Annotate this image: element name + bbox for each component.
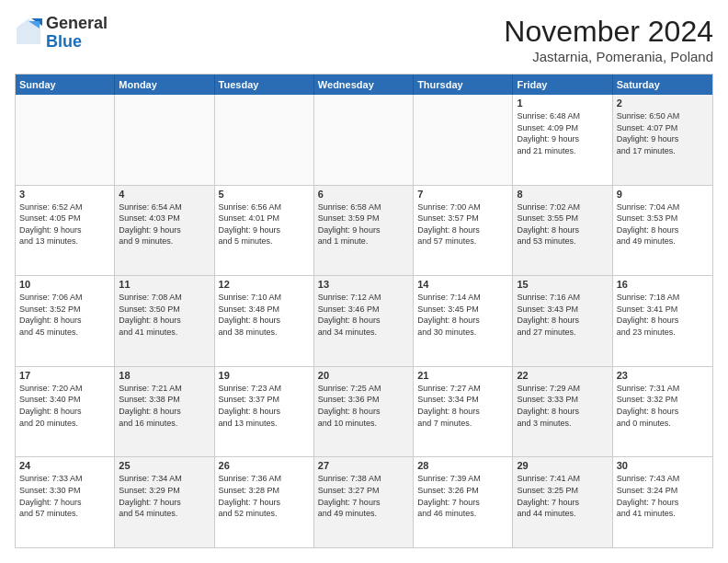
logo-text: General Blue [46, 15, 108, 52]
day-cell-27: 27Sunrise: 7:38 AM Sunset: 3:27 PM Dayli… [314, 457, 414, 547]
calendar-body: 1Sunrise: 6:48 AM Sunset: 4:09 PM Daylig… [16, 95, 712, 547]
day-info: Sunrise: 7:27 AM Sunset: 3:34 PM Dayligh… [417, 383, 508, 429]
day-number: 22 [517, 370, 608, 381]
header-cell-friday: Friday [513, 75, 612, 95]
day-cell-19: 19Sunrise: 7:23 AM Sunset: 3:37 PM Dayli… [215, 367, 314, 457]
day-info: Sunrise: 6:50 AM Sunset: 4:07 PM Dayligh… [617, 110, 709, 156]
day-number: 4 [119, 189, 210, 200]
day-cell-6: 6Sunrise: 6:58 AM Sunset: 3:59 PM Daylig… [314, 186, 414, 276]
day-info: Sunrise: 7:12 AM Sunset: 3:46 PM Dayligh… [318, 292, 409, 338]
day-number: 11 [119, 279, 210, 290]
month-title: November 2024 [504, 15, 713, 49]
day-cell-1: 1Sunrise: 6:48 AM Sunset: 4:09 PM Daylig… [513, 95, 612, 185]
day-cell-9: 9Sunrise: 7:04 AM Sunset: 3:53 PM Daylig… [613, 186, 712, 276]
day-number: 6 [318, 189, 409, 200]
day-cell-29: 29Sunrise: 7:41 AM Sunset: 3:25 PM Dayli… [513, 457, 612, 547]
day-info: Sunrise: 7:38 AM Sunset: 3:27 PM Dayligh… [318, 473, 409, 519]
day-number: 29 [517, 460, 608, 471]
day-number: 1 [517, 98, 608, 109]
day-info: Sunrise: 7:10 AM Sunset: 3:48 PM Dayligh… [219, 292, 310, 338]
day-number: 10 [19, 279, 110, 290]
day-info: Sunrise: 7:31 AM Sunset: 3:32 PM Dayligh… [617, 383, 709, 429]
day-number: 3 [19, 189, 110, 200]
day-cell-2: 2Sunrise: 6:50 AM Sunset: 4:07 PM Daylig… [613, 95, 712, 185]
day-info: Sunrise: 7:20 AM Sunset: 3:40 PM Dayligh… [19, 383, 110, 429]
day-number: 28 [417, 460, 508, 471]
day-cell-20: 20Sunrise: 7:25 AM Sunset: 3:36 PM Dayli… [314, 367, 414, 457]
day-info: Sunrise: 7:16 AM Sunset: 3:43 PM Dayligh… [517, 292, 608, 338]
day-number: 15 [517, 279, 608, 290]
day-cell-22: 22Sunrise: 7:29 AM Sunset: 3:33 PM Dayli… [513, 367, 612, 457]
day-cell-24: 24Sunrise: 7:33 AM Sunset: 3:30 PM Dayli… [16, 457, 115, 547]
day-info: Sunrise: 7:43 AM Sunset: 3:24 PM Dayligh… [617, 473, 709, 519]
day-number: 5 [219, 189, 310, 200]
logo-general: General [46, 15, 108, 33]
header-cell-thursday: Thursday [414, 75, 513, 95]
day-info: Sunrise: 6:56 AM Sunset: 4:01 PM Dayligh… [219, 201, 310, 247]
empty-cell-0-2 [215, 95, 314, 185]
calendar-header: SundayMondayTuesdayWednesdayThursdayFrid… [16, 75, 712, 95]
day-number: 27 [318, 460, 409, 471]
day-cell-4: 4Sunrise: 6:54 AM Sunset: 4:03 PM Daylig… [115, 186, 214, 276]
calendar-row-4: 24Sunrise: 7:33 AM Sunset: 3:30 PM Dayli… [16, 457, 712, 547]
empty-cell-0-1 [115, 95, 214, 185]
day-info: Sunrise: 7:21 AM Sunset: 3:38 PM Dayligh… [119, 383, 210, 429]
day-number: 17 [19, 370, 110, 381]
day-info: Sunrise: 6:48 AM Sunset: 4:09 PM Dayligh… [517, 110, 608, 156]
day-number: 20 [318, 370, 409, 381]
day-cell-28: 28Sunrise: 7:39 AM Sunset: 3:26 PM Dayli… [414, 457, 513, 547]
header-cell-wednesday: Wednesday [314, 75, 414, 95]
day-cell-15: 15Sunrise: 7:16 AM Sunset: 3:43 PM Dayli… [513, 276, 612, 366]
day-cell-30: 30Sunrise: 7:43 AM Sunset: 3:24 PM Dayli… [613, 457, 712, 547]
day-cell-3: 3Sunrise: 6:52 AM Sunset: 4:05 PM Daylig… [16, 186, 115, 276]
day-cell-16: 16Sunrise: 7:18 AM Sunset: 3:41 PM Dayli… [613, 276, 712, 366]
day-number: 26 [219, 460, 310, 471]
calendar-row-0: 1Sunrise: 6:48 AM Sunset: 4:09 PM Daylig… [16, 95, 712, 186]
day-number: 7 [417, 189, 508, 200]
day-info: Sunrise: 7:41 AM Sunset: 3:25 PM Dayligh… [517, 473, 608, 519]
calendar: SundayMondayTuesdayWednesdayThursdayFrid… [15, 74, 713, 548]
empty-cell-0-0 [16, 95, 115, 185]
day-info: Sunrise: 7:00 AM Sunset: 3:57 PM Dayligh… [417, 201, 508, 247]
calendar-row-3: 17Sunrise: 7:20 AM Sunset: 3:40 PM Dayli… [16, 367, 712, 458]
day-number: 14 [417, 279, 508, 290]
day-info: Sunrise: 7:36 AM Sunset: 3:28 PM Dayligh… [219, 473, 310, 519]
day-info: Sunrise: 6:52 AM Sunset: 4:05 PM Dayligh… [19, 201, 110, 247]
logo: General Blue [15, 15, 108, 52]
day-info: Sunrise: 7:14 AM Sunset: 3:45 PM Dayligh… [417, 292, 508, 338]
day-number: 8 [517, 189, 608, 200]
day-info: Sunrise: 7:33 AM Sunset: 3:30 PM Dayligh… [19, 473, 110, 519]
day-info: Sunrise: 7:18 AM Sunset: 3:41 PM Dayligh… [617, 292, 709, 338]
day-number: 25 [119, 460, 210, 471]
day-cell-10: 10Sunrise: 7:06 AM Sunset: 3:52 PM Dayli… [16, 276, 115, 366]
day-cell-11: 11Sunrise: 7:08 AM Sunset: 3:50 PM Dayli… [115, 276, 214, 366]
header-cell-tuesday: Tuesday [215, 75, 314, 95]
day-info: Sunrise: 7:02 AM Sunset: 3:55 PM Dayligh… [517, 201, 608, 247]
day-number: 16 [617, 279, 709, 290]
title-block: November 2024 Jastarnia, Pomerania, Pola… [504, 15, 713, 64]
day-number: 9 [617, 189, 709, 200]
day-cell-5: 5Sunrise: 6:56 AM Sunset: 4:01 PM Daylig… [215, 186, 314, 276]
day-cell-14: 14Sunrise: 7:14 AM Sunset: 3:45 PM Dayli… [414, 276, 513, 366]
calendar-row-2: 10Sunrise: 7:06 AM Sunset: 3:52 PM Dayli… [16, 276, 712, 367]
day-info: Sunrise: 7:23 AM Sunset: 3:37 PM Dayligh… [219, 383, 310, 429]
day-info: Sunrise: 7:06 AM Sunset: 3:52 PM Dayligh… [19, 292, 110, 338]
day-cell-25: 25Sunrise: 7:34 AM Sunset: 3:29 PM Dayli… [115, 457, 214, 547]
day-number: 19 [219, 370, 310, 381]
day-info: Sunrise: 6:54 AM Sunset: 4:03 PM Dayligh… [119, 201, 210, 247]
day-info: Sunrise: 7:34 AM Sunset: 3:29 PM Dayligh… [119, 473, 210, 519]
day-number: 24 [19, 460, 110, 471]
day-cell-18: 18Sunrise: 7:21 AM Sunset: 3:38 PM Dayli… [115, 367, 214, 457]
empty-cell-0-3 [314, 95, 414, 185]
day-cell-21: 21Sunrise: 7:27 AM Sunset: 3:34 PM Dayli… [414, 367, 513, 457]
day-cell-7: 7Sunrise: 7:00 AM Sunset: 3:57 PM Daylig… [414, 186, 513, 276]
day-number: 2 [617, 98, 709, 109]
header-cell-sunday: Sunday [16, 75, 115, 95]
day-info: Sunrise: 7:25 AM Sunset: 3:36 PM Dayligh… [318, 383, 409, 429]
empty-cell-0-4 [414, 95, 513, 185]
logo-icon [15, 17, 42, 49]
calendar-row-1: 3Sunrise: 6:52 AM Sunset: 4:05 PM Daylig… [16, 186, 712, 277]
day-number: 12 [219, 279, 310, 290]
day-number: 13 [318, 279, 409, 290]
day-number: 30 [617, 460, 709, 471]
